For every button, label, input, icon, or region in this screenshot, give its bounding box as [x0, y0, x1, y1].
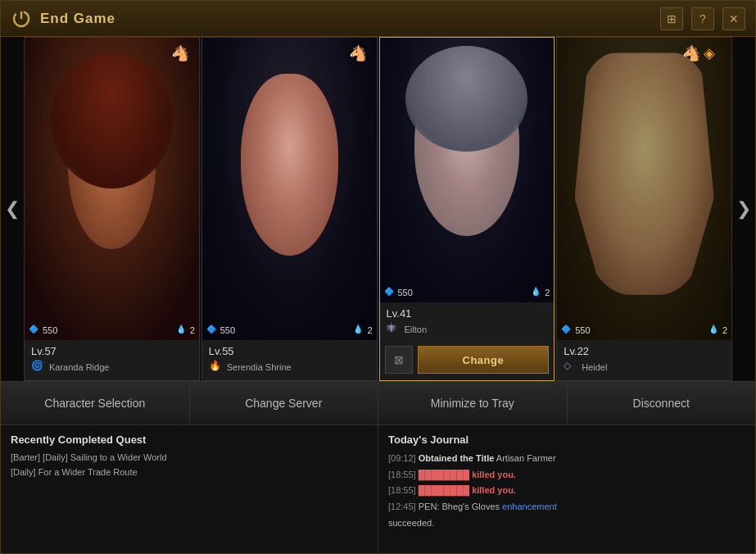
title-bar: End Game ⊞ ? ✕	[1, 1, 755, 37]
contribution-icon-4: 🔷	[561, 325, 573, 336]
journal-time-4: [12:45]	[388, 502, 416, 511]
quest-panel-title: Recently Completed Quest	[11, 434, 368, 446]
journal-entry-1: [09:12] Obtained the Title Artisan Farme…	[388, 451, 745, 466]
energy-3: 💧 2	[531, 287, 550, 298]
journal-entry-5: succeeded.	[388, 515, 745, 531]
horse-icon-2: 🐴	[349, 44, 370, 66]
minimize-to-tray-button[interactable]: Minimize to Tray	[378, 382, 568, 425]
char-card-3[interactable]: 🔷 550 💧 2 Lv.41 🕷 Eilton	[379, 37, 555, 381]
quest-item-2: [Daily] For a Wider Trade Route	[11, 465, 368, 480]
journal-text-4: PEN: Bheg's Gloves	[419, 502, 502, 511]
char-location-3: Eilton	[405, 325, 428, 334]
close-button[interactable]: ✕	[722, 7, 745, 30]
char-location-row-2: 🔥 Serendia Shrine	[209, 360, 370, 375]
horse-icon-1: 🐴	[171, 44, 192, 66]
char-stats-4: 🔷 550 💧 2	[561, 325, 727, 336]
energy-icon-1: 💧	[176, 325, 188, 336]
info-panels: Recently Completed Quest [Barter] [Daily…	[1, 425, 755, 553]
char-location-4: Heidel	[582, 362, 607, 372]
contribution-icon-2: 🔷	[206, 325, 218, 336]
character-selection-button[interactable]: Character Selection	[1, 382, 190, 425]
horse-icon-4: 🐴	[682, 44, 704, 66]
cards-list: 🐴 🔷 550 💧 2 Lv.57	[24, 37, 732, 381]
portrait-2: 🐴 🔷 550 💧 2	[202, 38, 377, 340]
journal-text-3: killed you.	[472, 485, 516, 495]
quest-panel: Recently Completed Quest [Barter] [Daily…	[1, 425, 378, 553]
contribution-icon-3: 🔷	[384, 287, 396, 298]
journal-entry-3: [18:55] ████████ killed you.	[388, 483, 745, 498]
journal-text-5: succeeded.	[388, 518, 434, 528]
char-info-3: Lv.41 🕷 Eilton	[380, 302, 555, 343]
char-info-2: Lv.55 🔥 Serendia Shrine	[202, 340, 377, 380]
location-icon-1: 🌀	[31, 360, 46, 375]
location-icon-3: 🕷	[387, 322, 401, 337]
char-location-row-3: 🕷 Eilton	[387, 322, 548, 337]
change-server-button[interactable]: Change Server	[190, 382, 379, 425]
char-card-4[interactable]: ◈ 🐴 🔷 550 💧 2 Lv.22	[556, 37, 732, 381]
char-location-2: Serendia Shrine	[227, 362, 292, 372]
cards-container: ❮ 🐴 🔷 550 💧 2	[1, 37, 755, 381]
secondary-action-button[interactable]: ⊠	[385, 346, 413, 374]
char-location-1: Karanda Ridge	[49, 362, 109, 372]
journal-name-3: ████████	[419, 485, 469, 495]
char-location-row-1: 🌀 Karanda Ridge	[31, 360, 192, 375]
journal-entry-4: [12:45] PEN: Bheg's Gloves enhancement	[388, 499, 745, 515]
quest-item-1: [Barter] [Daily] Sailing to a Wider Worl…	[11, 451, 368, 465]
energy-2: 💧 2	[353, 325, 372, 336]
journal-panel: Today's Journal [09:12] Obtained the Tit…	[378, 425, 755, 553]
journal-text-1: Artisan Farmer	[496, 453, 556, 463]
char-stats-2: 🔷 550 💧 2	[206, 325, 373, 336]
char-info-1: Lv.57 🌀 Karanda Ridge	[25, 340, 199, 380]
journal-time-2: [18:55]	[388, 470, 416, 479]
portrait-3: 🔷 550 💧 2	[380, 38, 555, 302]
char-actions-3: ⊠ Change	[380, 343, 555, 380]
char-location-row-4: ◇ Heidel	[564, 360, 725, 375]
title-left: End Game	[11, 8, 115, 30]
contribution-2: 🔷 550	[206, 325, 235, 336]
title-controls: ⊞ ? ✕	[660, 7, 745, 30]
window-title: End Game	[40, 11, 115, 27]
char-level-1: Lv.57	[31, 345, 192, 357]
prev-arrow[interactable]: ❮	[1, 37, 24, 381]
char-level-3: Lv.41	[387, 307, 548, 320]
journal-text-2: killed you.	[472, 470, 516, 479]
contribution-1: 🔷 550	[29, 325, 57, 336]
char-stats-3: 🔷 550 💧 2	[384, 287, 550, 298]
bottom-buttons: Character Selection Change Server Minimi…	[1, 381, 755, 425]
journal-panel-title: Today's Journal	[388, 434, 745, 446]
char-card-1[interactable]: 🐴 🔷 550 💧 2 Lv.57	[24, 37, 200, 381]
energy-4: 💧 2	[708, 325, 727, 336]
location-icon-2: 🔥	[209, 360, 224, 375]
special-icon-4: ◈	[704, 44, 725, 66]
help-button[interactable]: ?	[691, 7, 714, 30]
energy-icon-3: 💧	[531, 287, 542, 298]
energy-icon-4: 💧	[708, 325, 720, 336]
char-info-4: Lv.22 ◇ Heidel	[557, 340, 731, 380]
main-window: End Game ⊞ ? ✕ ❮ 🐴 🔷 550	[0, 0, 756, 554]
journal-time-3: [18:55]	[388, 485, 416, 495]
journal-special-4: enhancement	[502, 502, 557, 511]
char-level-2: Lv.55	[209, 345, 370, 357]
portrait-4: ◈ 🐴 🔷 550 💧 2	[557, 38, 731, 340]
journal-bold-1: Obtained the Title	[419, 453, 495, 463]
journal-name-2: ████████	[419, 470, 469, 479]
disconnect-button[interactable]: Disconnect	[568, 382, 756, 425]
power-icon	[11, 8, 32, 30]
contribution-icon-1: 🔷	[29, 325, 40, 336]
char-card-2[interactable]: 🐴 🔷 550 💧 2 Lv.55	[201, 37, 378, 381]
location-icon-4: ◇	[564, 360, 578, 375]
char-level-4: Lv.22	[564, 345, 725, 357]
portrait-1: 🐴 🔷 550 💧 2	[25, 38, 199, 340]
journal-time-1: [09:12]	[388, 453, 416, 463]
secondary-action-icon: ⊠	[394, 353, 404, 366]
energy-icon-2: 💧	[353, 325, 364, 336]
grid-button[interactable]: ⊞	[660, 7, 683, 30]
change-character-button[interactable]: Change	[418, 346, 550, 374]
contribution-3: 🔷 550	[384, 287, 413, 298]
char-stats-1: 🔷 550 💧 2	[29, 325, 195, 336]
next-arrow[interactable]: ❯	[732, 37, 755, 381]
contribution-4: 🔷 550	[561, 325, 590, 336]
journal-entry-2: [18:55] ████████ killed you.	[388, 467, 745, 483]
energy-1: 💧 2	[176, 325, 195, 336]
